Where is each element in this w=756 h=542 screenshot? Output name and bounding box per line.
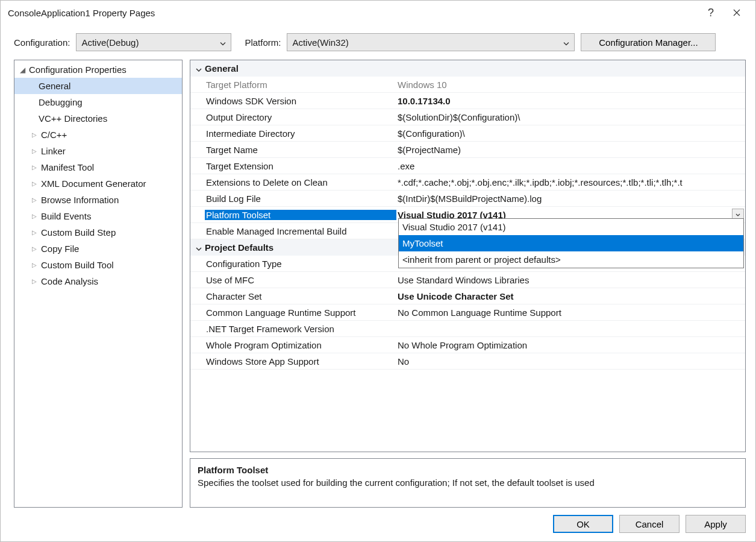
category-general[interactable]: General	[190, 60, 745, 77]
tree-label: General	[39, 81, 70, 91]
config-platform-row: Configuration: Active(Debug) Platform: A…	[1, 25, 755, 60]
configuration-combo[interactable]: Active(Debug)	[76, 33, 231, 51]
property-value[interactable]: $(Configuration)\	[396, 128, 745, 139]
tree-item-general[interactable]: General	[14, 78, 182, 94]
dropdown-option[interactable]: MyToolset	[399, 235, 743, 251]
tree-item-custom-build-tool[interactable]: ▷Custom Build Tool	[14, 257, 182, 273]
property-row[interactable]: Target Name$(ProjectName)	[190, 142, 745, 158]
tree-label: VC++ Directories	[39, 113, 107, 124]
property-row[interactable]: Build Log File$(IntDir)$(MSBuildProjectN…	[190, 191, 745, 207]
tree-item-custom-build-step[interactable]: ▷Custom Build Step	[14, 224, 182, 241]
tree-item-build-events[interactable]: ▷Build Events	[14, 208, 182, 224]
collapsed-arrow-icon: ▷	[30, 197, 39, 203]
dialog-body: ◢ Configuration Properties GeneralDebugg…	[1, 60, 755, 515]
dropdown-option[interactable]: Visual Studio 2017 (v141)	[399, 219, 743, 235]
property-row[interactable]: Whole Program OptimizationNo Whole Progr…	[190, 337, 745, 353]
property-value[interactable]: Use Unicode Character Set	[396, 291, 745, 301]
property-row[interactable]: Use of MFCUse Standard Windows Libraries	[190, 272, 745, 288]
platform-toolset-dropdown[interactable]: Visual Studio 2017 (v141)MyToolset<inher…	[398, 218, 744, 268]
collapsed-arrow-icon: ▷	[30, 229, 39, 236]
collapsed-arrow-icon: ▷	[30, 148, 39, 154]
configuration-manager-button[interactable]: Configuration Manager...	[581, 33, 716, 51]
property-row[interactable]: Character SetUse Unicode Character Set	[190, 288, 745, 304]
property-value[interactable]: No	[396, 356, 745, 367]
property-name: Extensions to Delete on Clean	[205, 177, 396, 187]
tree-label: Copy File	[41, 244, 79, 254]
property-row[interactable]: Windows SDK Version10.0.17134.0	[190, 93, 745, 109]
property-value[interactable]: .exe	[396, 161, 745, 171]
property-value[interactable]: Use Standard Windows Libraries	[396, 275, 745, 285]
tree-item-copy-file[interactable]: ▷Copy File	[14, 241, 182, 257]
property-name: Windows Store App Support	[205, 356, 396, 367]
chevron-down-icon	[563, 37, 569, 48]
property-row[interactable]: Output Directory$(SolutionDir)$(Configur…	[190, 109, 745, 125]
property-name: Platform Toolset	[205, 210, 396, 220]
tree-item-manifest-tool[interactable]: ▷Manifest Tool	[14, 159, 182, 175]
collapse-icon	[193, 63, 205, 74]
category-label: Project Defaults	[205, 242, 273, 253]
description-title: Platform Toolset	[198, 465, 738, 475]
property-value[interactable]: 10.0.17134.0	[396, 96, 745, 106]
chevron-down-icon	[736, 213, 740, 216]
tree-item-debugging[interactable]: Debugging	[14, 94, 182, 110]
tree-item-vc-directories[interactable]: VC++ Directories	[14, 110, 182, 127]
property-name: Target Name	[205, 145, 396, 155]
configuration-label: Configuration:	[14, 37, 70, 48]
property-value[interactable]: No Common Language Runtime Support	[396, 307, 745, 318]
tree-item-linker[interactable]: ▷Linker	[14, 143, 182, 159]
collapsed-arrow-icon: ▷	[30, 213, 39, 219]
tree-item-code-analysis[interactable]: ▷Code Analysis	[14, 273, 182, 289]
property-row[interactable]: Target PlatformWindows 10	[190, 77, 745, 93]
property-name: Enable Managed Incremental Build	[205, 226, 396, 236]
property-row[interactable]: Windows Store App SupportNo	[190, 353, 745, 370]
property-value[interactable]: Windows 10	[396, 80, 745, 90]
collapsed-arrow-icon: ▷	[30, 164, 39, 171]
dropdown-option[interactable]: <inherit from parent or project defaults…	[399, 251, 743, 268]
property-value[interactable]: $(ProjectName)	[396, 145, 745, 155]
property-name: Character Set	[205, 291, 396, 301]
tree-label: XML Document Generator	[41, 178, 146, 189]
category-label: General	[205, 63, 239, 74]
close-icon	[733, 9, 740, 16]
property-value[interactable]: $(IntDir)$(MSBuildProjectName).log	[396, 194, 745, 204]
ok-button[interactable]: OK	[553, 515, 613, 533]
property-row[interactable]: Common Language Runtime SupportNo Common…	[190, 304, 745, 321]
collapsed-arrow-icon: ▷	[30, 131, 39, 138]
property-value[interactable]: *.cdf;*.cache;*.obj;*.obj.enc;*.ilk;*.ip…	[396, 177, 745, 187]
tree-label: Linker	[41, 146, 66, 156]
description-text: Specifies the toolset used for building …	[198, 477, 738, 488]
property-name: Intermediate Directory	[205, 128, 396, 139]
close-button[interactable]	[723, 3, 751, 22]
dialog-footer: OK Cancel Apply	[1, 515, 755, 541]
property-row[interactable]: Intermediate Directory$(Configuration)\	[190, 125, 745, 142]
property-row[interactable]: Extensions to Delete on Clean*.cdf;*.cac…	[190, 174, 745, 191]
tree-item-xml-document-generator[interactable]: ▷XML Document Generator	[14, 175, 182, 192]
tree-item-c-c-[interactable]: ▷C/C++	[14, 127, 182, 143]
tree-label: Browse Information	[41, 195, 119, 205]
property-value[interactable]: No Whole Program Optimization	[396, 340, 745, 350]
main-panel: General Target PlatformWindows 10Windows…	[190, 60, 746, 508]
description-panel: Platform Toolset Specifies the toolset u…	[190, 458, 746, 508]
tree-item-browse-information[interactable]: ▷Browse Information	[14, 192, 182, 208]
window-title: ConsoleApplication1 Property Pages	[8, 8, 699, 18]
titlebar: ConsoleApplication1 Property Pages ?	[1, 1, 755, 25]
tree-root-config-properties[interactable]: ◢ Configuration Properties	[14, 61, 182, 78]
property-name: Configuration Type	[205, 259, 396, 269]
help-button[interactable]: ?	[699, 3, 723, 22]
property-name: Use of MFC	[205, 275, 396, 285]
category-tree[interactable]: ◢ Configuration Properties GeneralDebugg…	[14, 60, 183, 508]
property-row[interactable]: Target Extension.exe	[190, 158, 745, 174]
apply-button[interactable]: Apply	[686, 515, 746, 533]
platform-combo[interactable]: Active(Win32)	[287, 33, 575, 51]
property-grid[interactable]: General Target PlatformWindows 10Windows…	[190, 60, 746, 452]
property-value[interactable]: $(SolutionDir)$(Configuration)\	[396, 112, 745, 122]
collapsed-arrow-icon: ▷	[30, 262, 39, 268]
platform-label: Platform:	[245, 37, 281, 48]
property-name: .NET Target Framework Version	[205, 324, 396, 334]
tree-label: Debugging	[39, 97, 83, 107]
property-name: Output Directory	[205, 112, 396, 122]
cancel-button[interactable]: Cancel	[619, 515, 679, 533]
tree-label: C/C++	[41, 130, 67, 140]
property-row[interactable]: .NET Target Framework Version	[190, 321, 745, 337]
collapsed-arrow-icon: ▷	[30, 180, 39, 187]
